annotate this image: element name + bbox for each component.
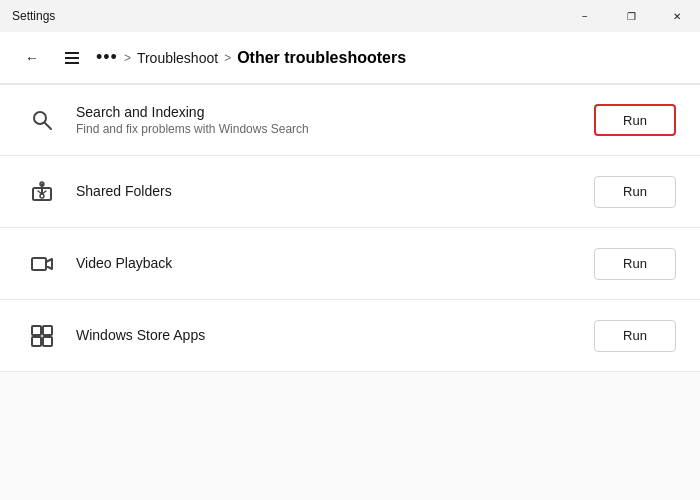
run-button-search-indexing[interactable]: Run xyxy=(594,104,676,136)
settings-window: Settings − ❐ ✕ ← ••• > Troubleshoot > Ot… xyxy=(0,0,700,500)
video-playback-icon xyxy=(24,246,60,282)
video-playback-title: Video Playback xyxy=(76,255,594,271)
svg-point-0 xyxy=(34,112,46,124)
run-button-shared-folders[interactable]: Run xyxy=(594,176,676,208)
back-button[interactable]: ← xyxy=(16,42,48,74)
run-button-windows-store[interactable]: Run xyxy=(594,320,676,352)
content-area: Search and Indexing Find and fix problem… xyxy=(0,84,700,500)
breadcrumb-chevron-2: > xyxy=(224,51,231,65)
breadcrumb-dots[interactable]: ••• xyxy=(96,47,118,68)
menu-button[interactable] xyxy=(56,42,88,74)
close-button[interactable]: ✕ xyxy=(654,0,700,32)
svg-rect-6 xyxy=(32,326,41,335)
nav-bar: ← ••• > Troubleshoot > Other troubleshoo… xyxy=(0,32,700,84)
windows-store-text: Windows Store Apps xyxy=(76,327,594,345)
svg-rect-9 xyxy=(43,337,52,346)
search-indexing-title: Search and Indexing xyxy=(76,104,594,120)
search-indexing-description: Find and fix problems with Windows Searc… xyxy=(76,122,594,136)
hamburger-icon xyxy=(65,52,79,64)
breadcrumb-parent[interactable]: Troubleshoot xyxy=(137,50,218,66)
svg-line-1 xyxy=(45,123,51,129)
window-title: Settings xyxy=(12,9,55,23)
maximize-button[interactable]: ❐ xyxy=(608,0,654,32)
minimize-button[interactable]: − xyxy=(562,0,608,32)
run-button-video-playback[interactable]: Run xyxy=(594,248,676,280)
troubleshoot-item-video-playback: Video Playback Run xyxy=(0,228,700,300)
shared-folders-title: Shared Folders xyxy=(76,183,594,199)
svg-rect-5 xyxy=(32,258,46,270)
breadcrumb-chevron-1: > xyxy=(124,51,131,65)
video-playback-text: Video Playback xyxy=(76,255,594,273)
shared-folders-icon xyxy=(24,174,60,210)
troubleshoot-item-shared-folders: Shared Folders Run xyxy=(0,156,700,228)
troubleshoot-item-search-indexing: Search and Indexing Find and fix problem… xyxy=(0,84,700,156)
windows-store-icon xyxy=(24,318,60,354)
windows-store-title: Windows Store Apps xyxy=(76,327,594,343)
search-indexing-text: Search and Indexing Find and fix problem… xyxy=(76,104,594,136)
svg-rect-8 xyxy=(32,337,41,346)
search-indexing-icon xyxy=(24,102,60,138)
title-bar: Settings − ❐ ✕ xyxy=(0,0,700,32)
back-icon: ← xyxy=(25,50,39,66)
window-controls: − ❐ ✕ xyxy=(562,0,700,32)
breadcrumb-current: Other troubleshooters xyxy=(237,49,406,67)
breadcrumb: ••• > Troubleshoot > Other troubleshoote… xyxy=(96,47,684,68)
shared-folders-text: Shared Folders xyxy=(76,183,594,201)
title-bar-left: Settings xyxy=(12,9,55,23)
troubleshoot-item-windows-store: Windows Store Apps Run xyxy=(0,300,700,372)
svg-rect-7 xyxy=(43,326,52,335)
